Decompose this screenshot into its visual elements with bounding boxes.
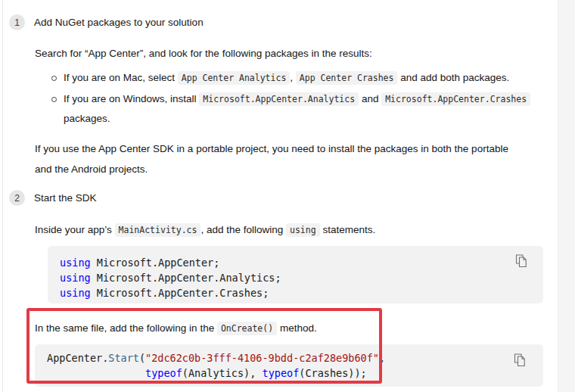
bullet-text: and add both packages.	[397, 72, 509, 83]
package-list: If you are on Mac, select App Center Ana…	[35, 68, 534, 129]
step-1-number-badge: 1	[9, 14, 25, 30]
code-line: AppCenter.Start("2dc62c0b-3fff-4106-9bdd…	[47, 350, 543, 366]
instruction-text: In the same file, add the following in t…	[35, 322, 217, 334]
step-2-title: Start the SDK	[34, 192, 97, 204]
list-item: If you are on Mac, select App Center Ana…	[35, 68, 534, 88]
intro-text: , add the following	[200, 224, 286, 235]
code-line: using Microsoft.AppCenter.Analytics;	[60, 270, 543, 285]
code-text: AppCenter.	[47, 352, 108, 364]
inline-code: MainActivity.cs	[115, 223, 201, 237]
code-keyword: typeof	[145, 367, 182, 379]
page-scroll-gutter	[558, 0, 575, 392]
inline-code: using	[286, 223, 320, 237]
copy-code-button[interactable]	[513, 353, 527, 369]
note-line: and the Android projects.	[35, 163, 148, 175]
code-indent	[47, 367, 145, 379]
copy-icon	[514, 353, 526, 367]
code-keyword: using	[60, 257, 91, 269]
list-item: If you are on Windows, install Microsoft…	[35, 89, 534, 129]
inline-code: App Center Analytics	[178, 71, 290, 85]
code-text: (	[139, 352, 145, 364]
portable-project-note: If you use the App Center SDK in a porta…	[35, 138, 508, 179]
inline-code: App Center Crashes	[296, 71, 398, 85]
code-text: Microsoft.AppCenter.Analytics;	[91, 272, 281, 284]
code-string: "2dc62c0b-3fff-4106-9bdd-c2af28e9b60f"	[145, 352, 379, 364]
intro-text: statements.	[320, 224, 376, 235]
code-line: typeof(Analytics), typeof(Crashes));	[47, 366, 543, 381]
inline-code: Microsoft.AppCenter.Crashes	[381, 92, 530, 106]
bullet-text: If you are on Mac, select	[64, 72, 178, 83]
bullet-text: If you are on Windows, install	[64, 93, 199, 104]
copy-icon	[515, 254, 527, 268]
bullet-text: ,	[290, 72, 296, 83]
code-block-appcenter-start: AppCenter.Start("2dc62c0b-3fff-4106-9bdd…	[35, 344, 543, 387]
code-text: ,	[379, 352, 385, 364]
step-2-number-badge: 2	[9, 190, 25, 206]
code-text: (Crashes));	[299, 367, 366, 379]
code-keyword: typeof	[263, 367, 300, 379]
note-line: If you use the App Center SDK in a porta…	[35, 143, 508, 154]
step-number: 2	[14, 193, 20, 204]
code-line: using Microsoft.AppCenter;	[60, 255, 543, 270]
step-1-intro: Search for “App Center”, and look for th…	[35, 44, 372, 64]
inline-code: OnCreate()	[217, 322, 277, 335]
code-text: Microsoft.AppCenter;	[91, 257, 220, 269]
code-text: (Analytics),	[182, 367, 263, 379]
code-line: using Microsoft.AppCenter.Crashes;	[60, 285, 543, 300]
inline-code: Microsoft.AppCenter.Analytics	[199, 92, 359, 106]
step-1-title: Add NuGet packages to your solution	[34, 17, 204, 28]
copy-code-button[interactable]	[514, 254, 528, 269]
code-text: Microsoft.AppCenter.Crashes;	[91, 287, 269, 299]
code-block-using: using Microsoft.AppCenter; using Microso…	[48, 246, 543, 303]
oncreate-instruction: In the same file, add the following in t…	[35, 319, 317, 338]
step-2-intro: Inside your app’s MainActivity.cs, add t…	[35, 220, 375, 240]
bullet-text: and	[359, 93, 381, 104]
step-number: 1	[14, 17, 20, 28]
code-keyword: using	[60, 272, 91, 284]
bullet-text: packages.	[64, 113, 110, 124]
code-keyword: using	[60, 287, 91, 299]
instruction-text: method.	[277, 322, 317, 334]
intro-text: Inside your app’s	[35, 224, 115, 235]
code-method: Start	[108, 352, 139, 364]
page-left-rule	[2, 0, 3, 392]
